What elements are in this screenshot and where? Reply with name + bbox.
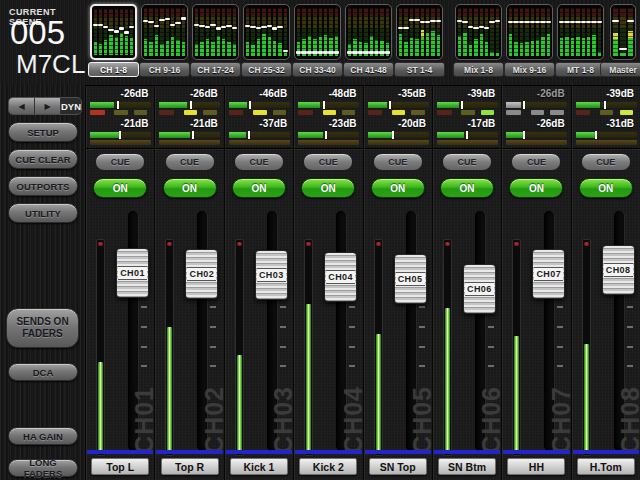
bank-tab-ch-9-16[interactable]: CH 9-16: [139, 62, 190, 77]
cue-button[interactable]: CUE: [303, 153, 353, 171]
dyn2-level-bar: [229, 132, 290, 138]
channel-name-label[interactable]: SN Btm: [438, 458, 496, 475]
fader-cap-label: CH07: [534, 267, 563, 281]
meter-block-st-1-4[interactable]: [396, 4, 443, 60]
on-button[interactable]: ON: [301, 178, 355, 198]
dyn2-gr-bar: [576, 140, 637, 145]
fader-cap-label: CH04: [326, 270, 355, 284]
meter-block-mix-1-8[interactable]: [455, 4, 502, 60]
fader-cap[interactable]: CH06: [463, 264, 496, 314]
channel-name-label[interactable]: Top R: [161, 458, 219, 475]
channel-name-label[interactable]: Kick 2: [299, 458, 357, 475]
utility-button[interactable]: UTILITY: [8, 203, 78, 223]
channel-name-label[interactable]: H.Tom: [577, 458, 635, 475]
channel-watermark: CH01: [134, 386, 154, 454]
fader-cap[interactable]: CH04: [324, 252, 357, 302]
on-button[interactable]: ON: [440, 178, 494, 198]
cue-clear-button[interactable]: CUE CLEAR: [8, 149, 78, 169]
meter-block-ch-25-32[interactable]: [243, 4, 290, 60]
cue-button[interactable]: CUE: [511, 153, 561, 171]
fader-cap[interactable]: CH05: [394, 254, 427, 304]
level-meter-fill: [237, 355, 242, 454]
meter-bars: [399, 8, 440, 56]
bank-tab-master[interactable]: Master: [600, 62, 640, 77]
dyn1-threshold-value: -48dB: [329, 88, 357, 99]
outports-button[interactable]: OUTPORTS: [8, 176, 78, 196]
dca-button[interactable]: DCA: [8, 363, 78, 381]
bank-tab-ch-41-48[interactable]: CH 41-48: [343, 62, 394, 77]
dyn2-threshold-value: -21dB: [121, 118, 149, 129]
meter-bar: [560, 8, 563, 56]
meter-bar: [166, 8, 169, 56]
meter-block-ch-1-8[interactable]: [90, 4, 137, 60]
bank-tab-mix-9-16[interactable]: Mix 9-16: [504, 62, 555, 77]
cue-button[interactable]: CUE: [373, 153, 423, 171]
level-meter: [374, 239, 383, 456]
cue-button[interactable]: CUE: [95, 153, 145, 171]
bank-tab-ch-1-8[interactable]: CH 1-8: [88, 62, 139, 77]
meter-block-ch-41-48[interactable]: [345, 4, 392, 60]
sends-on-faders-button[interactable]: SENDS ONFADERS: [6, 308, 79, 348]
divider: [86, 148, 154, 149]
level-meter-fill: [445, 308, 450, 454]
prev-arrow-button[interactable]: ◀: [9, 98, 35, 114]
fader-scale-tick: [488, 346, 494, 348]
bank-tab-st-1-4[interactable]: ST 1-4: [394, 62, 445, 77]
channel-name-label[interactable]: SN Top: [369, 458, 427, 475]
meter-bar: [160, 8, 163, 56]
meter-bar: [233, 8, 236, 56]
ha-gain-button[interactable]: HA GAIN: [8, 427, 78, 445]
dyn1-level-bar: [229, 102, 290, 108]
on-button[interactable]: ON: [232, 178, 286, 198]
cue-button[interactable]: CUE: [581, 153, 631, 171]
long-faders-button[interactable]: LONG FADERS: [8, 459, 78, 477]
fader-scale-tick: [280, 306, 286, 308]
fader-cap-label: CH03: [257, 268, 286, 282]
meter-block-ch-33-40[interactable]: [294, 4, 341, 60]
next-arrow-button[interactable]: ▶: [35, 98, 61, 114]
gr-segment: [600, 110, 613, 115]
gr-segment: [298, 110, 313, 115]
on-button[interactable]: ON: [509, 178, 563, 198]
fader-cap[interactable]: CH03: [255, 250, 288, 300]
meter-block-ch-9-16[interactable]: [141, 4, 188, 60]
meter-bar: [582, 8, 585, 56]
fader-cap[interactable]: CH08: [602, 245, 635, 295]
meter-block-master[interactable]: [610, 4, 636, 60]
channel-name-label[interactable]: Kick 1: [230, 458, 288, 475]
meter-bar: [257, 8, 260, 56]
meter-bar: [99, 9, 102, 55]
fader-scale-tick: [419, 326, 425, 328]
bank-tab-mt-1-8[interactable]: MT 1-8: [555, 62, 606, 77]
meter-bar: [348, 8, 351, 56]
on-button[interactable]: ON: [371, 178, 425, 198]
meter-block-ch-17-24[interactable]: [192, 4, 239, 60]
meter-bar: [206, 8, 209, 56]
setup-button[interactable]: SETUP: [8, 122, 78, 142]
fader-cap[interactable]: CH07: [532, 249, 565, 299]
bank-tab-mix-1-8[interactable]: Mix 1-8: [453, 62, 504, 77]
meter-bar: [437, 8, 440, 56]
fader-cap[interactable]: CH02: [185, 249, 218, 299]
channel-name-label[interactable]: Top L: [91, 458, 149, 475]
dyn2-gr-bar: [506, 140, 567, 145]
cue-button[interactable]: CUE: [165, 153, 215, 171]
channel-name-label[interactable]: HH: [507, 458, 565, 475]
level-meter: [235, 239, 244, 456]
on-button[interactable]: ON: [163, 178, 217, 198]
on-button[interactable]: ON: [579, 178, 633, 198]
meter-block-mt-1-8[interactable]: [557, 4, 604, 60]
bank-tab-ch-25-32[interactable]: CH 25-32: [241, 62, 292, 77]
bank-tab-ch-33-40[interactable]: CH 33-40: [292, 62, 343, 77]
gr-segment: [620, 110, 633, 115]
bank-tab-ch-17-24[interactable]: CH 17-24: [190, 62, 241, 77]
fader-cap[interactable]: CH01: [116, 248, 149, 298]
meter-block-mix-9-16[interactable]: [506, 4, 553, 60]
cue-button[interactable]: CUE: [442, 153, 492, 171]
fader-scale-tick: [557, 306, 563, 308]
on-button[interactable]: ON: [93, 178, 147, 198]
meter-bar: [496, 8, 499, 56]
cue-button[interactable]: CUE: [234, 153, 284, 171]
meter-bar: [308, 8, 311, 56]
meter-bar: [268, 8, 271, 56]
